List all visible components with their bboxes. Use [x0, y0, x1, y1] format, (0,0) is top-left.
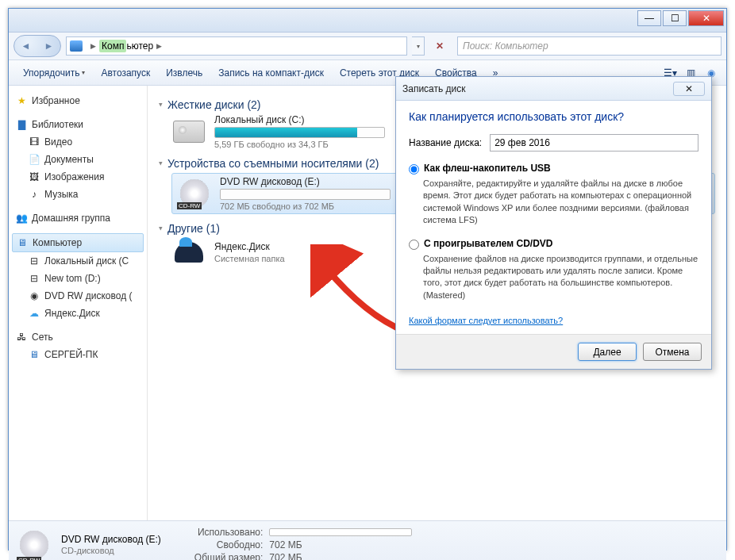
dialog-close-button[interactable]: ✕: [673, 82, 705, 96]
status-free-value: 702 МБ: [269, 539, 412, 550]
sidebar-item-yandex[interactable]: ☁Яндекс.Диск: [12, 305, 144, 322]
radio-usb-flash-label: Как флеш-накопитель USB: [424, 163, 551, 174]
maximize-button[interactable]: ☐: [663, 10, 687, 26]
cancel-button[interactable]: Отмена: [643, 343, 702, 361]
computer-icon: [70, 40, 83, 52]
disc-icon: ◉: [28, 290, 40, 302]
nav-row: ◄ ► ▶ Компьютер ▶ ▾ ✕ Поиск: Компьютер: [9, 33, 726, 60]
close-icon: ✕: [685, 83, 693, 94]
drive-e-free: 702 МБ свободно из 702 МБ: [220, 201, 391, 211]
disc-name-input[interactable]: [490, 134, 698, 152]
sidebar: ★Избранное ▇Библиотеки 🎞Видео 📄Документы…: [9, 86, 148, 520]
radio-cd-dvd[interactable]: [409, 240, 419, 250]
breadcrumb-dropdown[interactable]: ▾: [412, 36, 425, 56]
network-icon: 🖧: [15, 331, 28, 343]
sidebar-item-music[interactable]: ♪Музыка: [12, 186, 144, 203]
burn-button[interactable]: Запись на компакт-диск: [210, 64, 332, 82]
eject-button[interactable]: Извлечь: [158, 64, 210, 82]
computer-icon: 🖥: [16, 236, 29, 249]
sidebar-item-drive-d[interactable]: ⊟New tom (D:): [12, 270, 144, 287]
sidebar-item-images[interactable]: 🖼Изображения: [12, 168, 144, 186]
status-used-label: Использовано:: [194, 527, 263, 538]
sidebar-homegroup[interactable]: 👥Домашняя группа: [12, 209, 144, 227]
breadcrumb-sep-icon: ▶: [156, 42, 162, 50]
burn-disc-dialog: Записать диск ✕ Как планируется использо…: [395, 76, 712, 370]
chevron-down-icon: ▾: [82, 69, 85, 76]
drive-icon: ⊟: [28, 272, 40, 285]
document-icon: 📄: [28, 153, 40, 166]
dialog-title: Записать диск: [402, 83, 466, 94]
drive-yandex-label: Яндекс.Диск: [214, 241, 285, 252]
drive-c-capacity-bar: [214, 127, 385, 138]
titlebar: — ☐ ✕: [9, 9, 726, 33]
cd-rw-badge: CD-RW: [177, 202, 202, 209]
statusbar: CD-RW DVD RW дисковод (E:) CD-дисковод И…: [9, 520, 726, 560]
hdd-icon: [173, 121, 205, 143]
drive-yandex-sub: Системная папка: [214, 254, 285, 263]
yandex-disk-icon: [175, 242, 203, 263]
drive-c-label: Локальный диск (C:): [214, 114, 385, 125]
status-used-bar: [269, 528, 412, 536]
sidebar-item-documents[interactable]: 📄Документы: [12, 151, 144, 168]
sidebar-favorites[interactable]: ★Избранное: [12, 92, 144, 109]
status-free-label: Свободно:: [194, 539, 263, 550]
sidebar-item-drive-c[interactable]: ⊟Локальный диск (C: [12, 252, 144, 270]
organize-button[interactable]: Упорядочить▾: [15, 64, 93, 82]
forward-icon: ►: [44, 40, 54, 52]
star-icon: ★: [15, 94, 28, 107]
sidebar-item-drive-e[interactable]: ◉DVD RW дисковод (: [12, 287, 144, 305]
status-drive-type: CD-дисковод: [61, 546, 161, 555]
homegroup-icon: 👥: [15, 212, 28, 224]
maximize-icon: ☐: [671, 13, 679, 24]
disc-icon: [20, 531, 48, 559]
drive-e-label: DVD RW дисковод (E:): [220, 176, 391, 187]
stop-refresh-button[interactable]: ✕: [432, 38, 448, 54]
music-icon: ♪: [28, 188, 40, 201]
search-input[interactable]: Поиск: Компьютер: [457, 36, 722, 56]
nav-back-forward[interactable]: ◄ ►: [13, 35, 61, 57]
format-help-link[interactable]: Какой формат следует использовать?: [409, 316, 563, 325]
status-total-label: Общий размер:: [194, 552, 263, 561]
cd-rw-badge: CD-RW: [17, 557, 41, 561]
drive-c-free: 5,59 ГБ свободно из 34,3 ГБ: [214, 140, 385, 149]
cloud-icon: ☁: [28, 307, 40, 320]
status-total-value: 702 МБ: [269, 552, 412, 561]
computer-icon: 🖥: [28, 348, 40, 361]
sidebar-item-pc[interactable]: 🖥СЕРГЕЙ-ПК: [12, 346, 144, 363]
radio-usb-flash-desc: Сохраняйте, редактируйте и удаляйте файл…: [423, 178, 698, 227]
autoplay-button[interactable]: Автозапуск: [93, 64, 158, 82]
image-icon: 🖼: [28, 171, 40, 183]
next-button[interactable]: Далее: [578, 343, 637, 361]
disc-name-label: Название диска:: [409, 137, 482, 148]
radio-cd-dvd-label: С проигрывателем CD/DVD: [424, 238, 553, 249]
drive-icon: ⊟: [28, 255, 40, 267]
radio-usb-flash[interactable]: [409, 164, 419, 175]
dialog-titlebar: Записать диск ✕: [396, 77, 711, 101]
sidebar-computer[interactable]: 🖥Компьютер: [12, 233, 144, 252]
breadcrumb-highlight: Комп: [99, 40, 126, 52]
sidebar-network[interactable]: 🖧Сеть: [12, 328, 144, 346]
video-icon: 🎞: [28, 136, 40, 148]
close-icon: ✕: [702, 13, 710, 24]
close-button[interactable]: ✕: [688, 10, 724, 26]
radio-cd-dvd-desc: Сохранение файлов на диске производится …: [423, 253, 698, 302]
status-drive-name: DVD RW дисковод (E:): [61, 534, 161, 545]
back-icon: ◄: [21, 40, 31, 52]
sidebar-item-video[interactable]: 🎞Видео: [12, 133, 144, 151]
breadcrumb-sep-icon: ▶: [90, 42, 96, 50]
drive-e-capacity-bar: [220, 189, 391, 200]
minimize-button[interactable]: —: [637, 10, 661, 26]
minimize-icon: —: [645, 13, 654, 24]
breadcrumb[interactable]: ▶ Компьютер ▶: [66, 36, 407, 56]
library-icon: ▇: [15, 118, 28, 131]
sidebar-libraries[interactable]: ▇Библиотеки: [12, 116, 144, 133]
dialog-heading: Как планируется использовать этот диск?: [409, 110, 698, 123]
